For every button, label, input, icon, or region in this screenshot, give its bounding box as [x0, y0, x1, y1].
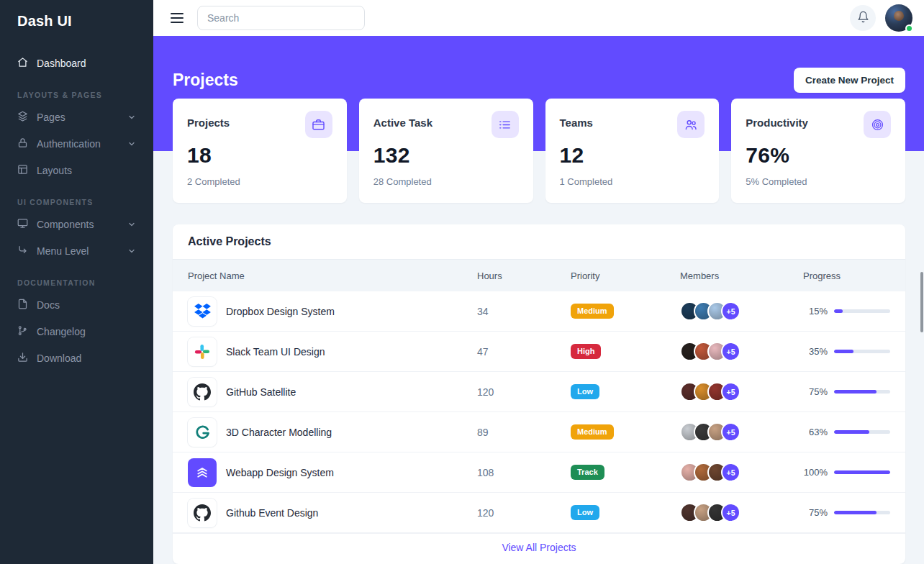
layout-icon	[17, 164, 28, 177]
project-progress: 100%	[803, 467, 890, 478]
project-members: +5	[680, 463, 803, 482]
table-footer: View All Projects	[173, 533, 905, 564]
project-name-cell: GitHub Satellite	[188, 378, 477, 406]
chevron-down-icon	[127, 247, 136, 255]
threed-icon	[188, 418, 217, 447]
column-header-hours: Hours	[477, 270, 571, 281]
git-branch-icon	[17, 325, 28, 338]
sidebar-item-label: Download	[37, 352, 81, 364]
progress-percent: 75%	[803, 386, 828, 397]
priority-badge: High	[571, 344, 601, 359]
project-progress: 15%	[803, 306, 890, 317]
sidebar-item-label: Dashboard	[37, 58, 86, 69]
project-progress: 35%	[803, 346, 890, 357]
github-icon	[188, 499, 217, 527]
notifications-button[interactable]	[850, 5, 876, 31]
create-new-project-button[interactable]: Create New Project	[794, 68, 905, 93]
sidebar-item-label: Pages	[37, 112, 65, 123]
column-header-priority: Priority	[571, 270, 680, 281]
sidebar-item-components[interactable]: Components	[0, 211, 153, 237]
sidebar-item-changelog[interactable]: Changelog	[0, 318, 153, 345]
progress-fill	[834, 390, 877, 394]
project-name: Dropbox Design System	[226, 306, 335, 317]
project-hours: 34	[477, 306, 571, 317]
sidebar-item-menu-level[interactable]: Menu Level	[0, 237, 153, 264]
brand-logo[interactable]: Dash UI	[0, 13, 153, 29]
sidebar-item-dashboard[interactable]: Dashboard	[0, 50, 153, 76]
stat-subtitle: 1 Completed	[560, 176, 705, 187]
priority-badge: Track	[571, 465, 604, 480]
table-title: Active Projects	[173, 224, 905, 259]
chevron-down-icon	[127, 220, 136, 229]
project-hours: 89	[477, 427, 571, 438]
sidebar: Dash UI Dashboard LAYOUTS & PAGES Pages …	[0, 0, 153, 564]
progress-bar	[834, 511, 890, 514]
sidebar-item-label: Changelog	[37, 326, 86, 337]
stat-value: 76%	[746, 143, 891, 168]
project-name: Slack Team UI Design	[226, 346, 325, 358]
sidebar-item-pages[interactable]: Pages	[0, 104, 153, 130]
stat-title: Teams	[560, 111, 593, 129]
project-name: GitHub Satellite	[226, 386, 296, 398]
menu-icon[interactable]	[168, 10, 186, 26]
extra-members-badge: +5	[721, 503, 740, 522]
sidebar-item-authentication[interactable]: Authentication	[0, 130, 153, 157]
progress-bar	[834, 470, 890, 474]
monitor-icon	[17, 218, 28, 231]
table-row: Slack Team UI Design 47 High +5 35%	[173, 332, 905, 372]
project-members: +5	[680, 503, 803, 522]
extra-members-badge: +5	[721, 382, 740, 401]
sidebar-section-documentation: DOCUMENTATION	[0, 274, 153, 291]
sidebar-item-label: Layouts	[37, 165, 72, 176]
progress-percent: 15%	[803, 306, 828, 317]
view-all-projects-link[interactable]: View All Projects	[502, 542, 576, 553]
stat-title: Active Task	[373, 111, 432, 129]
webapp-icon	[188, 458, 217, 487]
avatar[interactable]	[885, 4, 912, 32]
briefcase-icon	[305, 111, 332, 138]
project-members: +5	[680, 422, 803, 442]
sidebar-item-layouts[interactable]: Layouts	[0, 157, 153, 183]
project-name-cell: 3D Character Modelling	[188, 418, 477, 447]
sidebar-section-layouts-pages: LAYOUTS & PAGES	[0, 86, 153, 104]
progress-fill	[834, 511, 877, 514]
active-projects-card: Active Projects Project Name Hours Prior…	[173, 224, 905, 564]
project-progress: 75%	[803, 507, 890, 518]
stat-value: 12	[560, 143, 705, 168]
sidebar-section-ui-components: UI COMPONENTS	[0, 194, 153, 211]
table-head: Project Name Hours Priority Members Prog…	[173, 259, 905, 291]
online-status-dot	[905, 24, 913, 32]
sidebar-item-label: Components	[37, 219, 94, 230]
column-header-project-name: Project Name	[188, 270, 477, 281]
stat-card-productivity: Productivity 76% 5% Completed	[731, 99, 905, 203]
table-row: Dropbox Design System 34 Medium +5 15%	[173, 291, 905, 332]
slack-icon	[188, 337, 217, 366]
sidebar-item-label: Docs	[37, 299, 60, 311]
column-header-members: Members	[680, 270, 803, 281]
content: Projects 18 2 Completed Active Task 132 …	[153, 99, 924, 564]
search-input[interactable]	[197, 6, 365, 30]
sidebar-item-download[interactable]: Download	[0, 345, 153, 371]
stat-value: 18	[187, 143, 332, 168]
priority-badge: Medium	[571, 424, 614, 440]
progress-bar	[834, 430, 890, 434]
target-icon	[864, 111, 891, 138]
progress-percent: 75%	[803, 507, 828, 518]
progress-fill	[834, 470, 890, 474]
layers-icon	[17, 111, 28, 124]
table-row: Github Event Design 120 Low +5 75%	[173, 493, 905, 533]
stats-grid: Projects 18 2 Completed Active Task 132 …	[173, 99, 905, 203]
table-row: Webapp Design System 108 Track +5 100%	[173, 452, 905, 493]
progress-percent: 35%	[803, 346, 828, 357]
scrollbar-thumb[interactable]	[920, 272, 923, 332]
corner-down-right-icon	[17, 245, 28, 258]
list-task-icon	[492, 111, 519, 138]
sidebar-item-docs[interactable]: Docs	[0, 291, 153, 318]
file-icon	[17, 299, 28, 311]
progress-bar	[834, 390, 890, 394]
project-hours: 47	[477, 346, 571, 358]
home-icon	[17, 57, 28, 70]
progress-fill	[834, 309, 843, 313]
table-row: GitHub Satellite 120 Low +5 75%	[173, 372, 905, 412]
page-title: Projects	[173, 70, 238, 90]
